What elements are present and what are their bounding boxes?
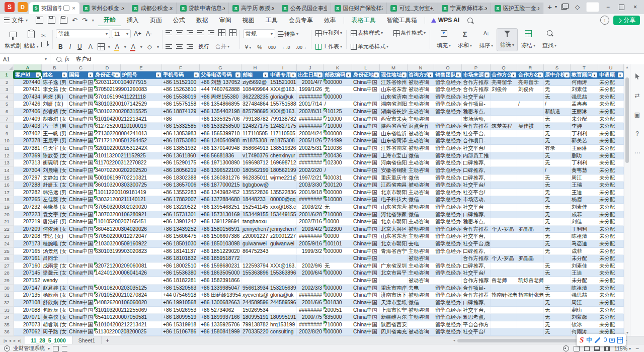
menu-tab-智能工具箱[interactable]: 智能工具箱 (381, 14, 423, 26)
currency-button[interactable]: ¥▾ (244, 44, 252, 50)
sheet-tab-11_28_5_1000[interactable]: 11_28_5_1000 (25, 336, 72, 344)
cell[interactable] (491, 196, 517, 204)
cell[interactable]: 主动咨询 (408, 101, 434, 108)
cell[interactable]: 舒欣娴 (女 (42, 299, 68, 307)
cell[interactable]: 湖南省浏阳 (380, 101, 408, 108)
cell[interactable]: 留学总经办 (434, 94, 462, 101)
cell[interactable]: +86 1850103098 (200, 240, 242, 248)
cell[interactable]: 110105200207165451 (94, 218, 121, 226)
column-letter-K[interactable]: K (324, 64, 352, 71)
row-number[interactable]: 18 (0, 196, 14, 204)
cell[interactable]: +86 13220522 (162, 204, 200, 211)
column-letter-E[interactable]: E (121, 64, 162, 71)
document-tab[interactable]: S常州公积金 .xlsx (79, 3, 129, 14)
row-number[interactable]: 27 (0, 262, 14, 270)
cell[interactable]: +86 1580841999 (200, 328, 242, 336)
cell[interactable]: 155363896 (269, 270, 297, 277)
cell[interactable]: 合作方推荐 (462, 79, 491, 86)
column-letter-G[interactable]: G (200, 64, 242, 71)
cell[interactable]: 无 (544, 240, 571, 248)
cell[interactable]: +86 18302388 (162, 174, 200, 182)
header-cell[interactable]: 邮箱▾ (242, 71, 269, 79)
cell[interactable] (297, 277, 324, 285)
cell[interactable]: 韩浩远 (男 (42, 189, 68, 197)
cell[interactable]: 个人-罗晶 (491, 226, 517, 233)
cell[interactable]: 未分配 (598, 262, 624, 270)
cell[interactable]: +86 15536380 (162, 270, 200, 277)
cell[interactable]: 刘素佳 (571, 204, 598, 211)
cell[interactable] (491, 182, 517, 189)
cell[interactable]: 何雨涛 (571, 79, 598, 86)
menu-tab-效率[interactable]: 效率 (318, 14, 342, 26)
cell[interactable]: 2000/6/4 (297, 270, 324, 277)
cell[interactable]: 主动咨询 (408, 167, 434, 174)
cell[interactable]: 留学总经办 (434, 262, 462, 270)
cell[interactable]: 被动咨询 (408, 307, 434, 314)
cell[interactable]: 210303200509160922 (94, 240, 121, 248)
cell[interactable]: 被动咨询 (408, 292, 434, 299)
cell[interactable]: 411702200312270822 (94, 159, 121, 167)
cell[interactable]: 马恋迪 (571, 240, 598, 248)
filter-dropdown-icon[interactable]: ▾ (592, 72, 597, 77)
cell[interactable]: +86 15731301 (162, 211, 200, 219)
filter-dropdown-icon[interactable]: ▾ (456, 72, 461, 77)
cell[interactable]: China中国 (352, 159, 380, 167)
cell[interactable] (324, 277, 352, 285)
last-sheet-icon[interactable]: ▸| (18, 338, 21, 343)
cell[interactable]: 有录 (544, 145, 571, 152)
cell[interactable]: 主动咨询 (408, 248, 434, 255)
cell[interactable]: 未分配 (598, 101, 624, 108)
cell[interactable]: 未分配 (598, 211, 624, 219)
header-cell[interactable]: 咨询方式▾ (408, 71, 434, 79)
cell[interactable] (297, 255, 324, 262)
column-letter-L[interactable]: L (352, 64, 380, 71)
cell[interactable]: ######## (297, 159, 324, 167)
cell[interactable]: 155751588 (269, 101, 297, 108)
cell[interactable] (491, 233, 517, 240)
select-all-corner[interactable] (0, 64, 14, 71)
cell[interactable]: 吴佳祺 (517, 123, 544, 130)
cell[interactable]: 152541145 (242, 204, 269, 211)
cell[interactable]: China中国 (352, 123, 380, 130)
strikethrough-button[interactable]: A (87, 43, 94, 50)
filter-dropdown-icon[interactable]: ▾ (618, 72, 623, 77)
cell[interactable] (517, 204, 544, 211)
cell[interactable]: 王迪 (571, 270, 598, 277)
cell[interactable] (491, 116, 517, 123)
menu-tab-视图[interactable]: 视图 (237, 14, 260, 26)
cell[interactable]: 主动咨询 (408, 314, 434, 321)
cell[interactable]: 山东省东营 (380, 86, 408, 94)
cell[interactable]: 口碑推荐, (462, 211, 491, 219)
cell[interactable]: 指南针张老 (517, 292, 544, 299)
cell[interactable]: China中国 (352, 285, 380, 292)
cell[interactable]: China中国 (352, 167, 380, 174)
document-tab[interactable]: S医护五险一金.xlsx (491, 3, 544, 14)
cell[interactable]: 207426 (14, 101, 42, 108)
cell[interactable]: 黄韦慧 (571, 167, 598, 174)
cell[interactable]: 留学总经办 (434, 79, 462, 86)
column-letter-Q[interactable]: Q (491, 64, 517, 71)
cell[interactable]: 207406 (14, 108, 42, 116)
cell[interactable]: 10000 (324, 218, 352, 226)
cell[interactable] (517, 196, 544, 204)
align-center-icon[interactable] (176, 44, 183, 49)
cell[interactable]: 00000 (324, 233, 352, 240)
cell[interactable]: 153449155 (269, 211, 297, 219)
cell[interactable]: 2005/1/26 (297, 137, 324, 145)
cell[interactable]: 710000 (324, 211, 352, 219)
cell[interactable]: 无 (544, 233, 571, 240)
cell[interactable] (68, 255, 94, 262)
cell[interactable]: +86 18101832 (162, 255, 200, 262)
cell[interactable]: China中国 (68, 152, 94, 160)
cell[interactable]: 桂婉唯 (女 (42, 240, 68, 248)
cell[interactable]: 无 (544, 86, 571, 94)
cell[interactable]: 301830 (324, 299, 352, 307)
row-number[interactable]: 31 (0, 292, 14, 299)
cell[interactable]: 207071 (14, 314, 42, 321)
row-number[interactable]: 26 (0, 255, 14, 262)
cell[interactable]: 河北省张家 (380, 211, 408, 219)
row-number[interactable]: 6 (0, 108, 14, 116)
cell[interactable]: 主动咨询 (408, 108, 434, 116)
record-macro-icon[interactable] (563, 345, 569, 351)
cell[interactable]: 2000/7/5 (297, 314, 324, 321)
